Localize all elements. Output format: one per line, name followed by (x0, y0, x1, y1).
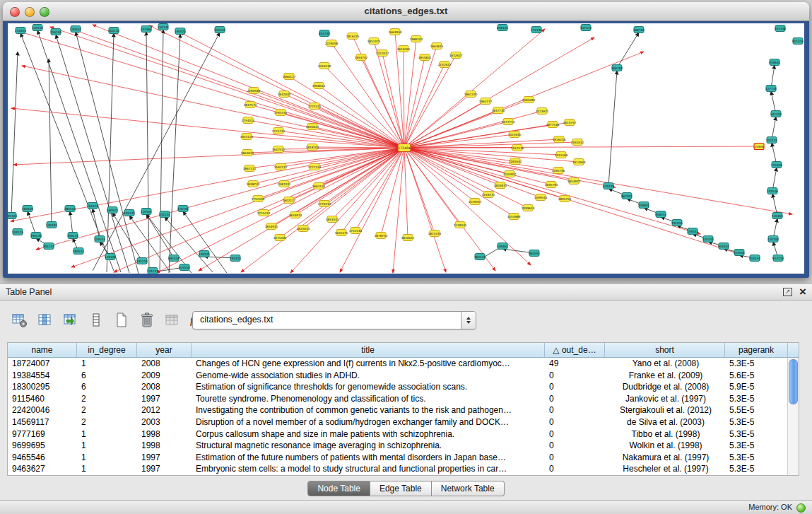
graph-node-yellow[interactable]: 2204907 (503, 171, 517, 177)
graph-node-teal[interactable]: 590513 (107, 207, 118, 214)
network-canvas[interactable]: 2146541201101161941405542031102314652501… (8, 23, 804, 274)
graph-node-teal[interactable]: 951148 (775, 25, 786, 32)
graph-node-yellow[interactable]: 1677714 (502, 119, 515, 125)
graph-node-yellow[interactable]: 1660127 (283, 74, 296, 80)
citation-edge[interactable] (76, 32, 139, 274)
scrollbar-thumb[interactable] (789, 359, 798, 404)
graph-node-teal[interactable]: 107433 (580, 25, 592, 31)
graph-node-teal[interactable]: 914542 (718, 243, 729, 250)
graph-node-teal[interactable]: 154410 (214, 27, 225, 33)
graph-node-yellow[interactable]: 1878733 (375, 233, 388, 239)
table-settings-button[interactable] (10, 311, 29, 330)
graph-node-teal[interactable]: 763144 (474, 254, 486, 260)
table-row[interactable]: 1872400712008Changes of HCN gene express… (8, 358, 788, 370)
graph-node-teal[interactable]: 104115 (12, 229, 23, 235)
citation-edge[interactable] (11, 52, 18, 216)
graph-node-yellow[interactable]: 1854972 (567, 178, 581, 185)
graph-node-yellow[interactable]: 1853441 (326, 216, 339, 223)
row-table-button[interactable] (86, 311, 105, 330)
graph-node-teal[interactable]: 166784 (633, 27, 645, 33)
selected-edge[interactable] (404, 148, 446, 272)
select-columns-button[interactable] (35, 311, 54, 330)
graph-node-yellow[interactable]: 1616265 (397, 46, 411, 52)
graph-node-teal[interactable]: 919644 (769, 59, 780, 66)
graph-node-teal[interactable]: 924501 (734, 250, 745, 256)
selected-edge[interactable] (36, 148, 404, 250)
float-panel-icon[interactable]: ↗ (783, 288, 792, 296)
graph-node-yellow[interactable]: 1830027 (306, 124, 319, 130)
selected-edge[interactable] (404, 49, 404, 148)
selected-edge[interactable] (404, 122, 570, 148)
graph-node-yellow[interactable]: 1605873 (494, 182, 507, 189)
graph-node-teal[interactable]: 119891 (638, 202, 649, 209)
close-button[interactable] (10, 7, 20, 17)
graph-node-yellow[interactable]: 1781531 (274, 110, 288, 116)
graph-node-yellow[interactable]: 1838733 (247, 181, 260, 187)
selected-edge[interactable] (404, 148, 408, 238)
graph-node-teal[interactable]: 191104 (8, 213, 17, 219)
graph-node-yellow[interactable]: 1851475 (367, 38, 381, 45)
graph-node-yellow[interactable]: 1635475 (335, 230, 348, 236)
citation-edge[interactable] (28, 211, 36, 235)
graph-node-teal[interactable]: 901153 (43, 243, 54, 250)
selected-edge[interactable] (404, 37, 594, 148)
graph-node-yellow[interactable]: 1593717 (274, 164, 288, 170)
graph-node-yellow[interactable]: 1322017 (376, 50, 389, 57)
graph-node-teal[interactable]: 914110 (772, 255, 784, 262)
selected-edge[interactable] (404, 57, 425, 148)
graph-node-teal[interactable]: 709144 (67, 233, 78, 239)
graph-node-yellow[interactable]: 1632627 (449, 52, 463, 59)
graph-node-teal[interactable]: 679197 (603, 183, 614, 189)
citation-edge[interactable] (617, 33, 639, 68)
graph-node-teal[interactable]: 120103 (767, 236, 779, 243)
selected-edge[interactable] (404, 148, 495, 271)
graph-node-teal[interactable]: 176191 (177, 206, 189, 212)
selected-edge[interactable] (382, 53, 404, 148)
graph-node-teal[interactable]: 140181 (46, 222, 57, 228)
table-row[interactable]: 977716911998Corpus callosum shape and si… (8, 428, 788, 440)
graph-node-teal[interactable]: 918014 (655, 211, 666, 218)
graph-node-yellow[interactable]: 1895754 (558, 196, 572, 202)
graph-node-yellow[interactable]: 1675305 (273, 235, 287, 241)
selected-edge[interactable] (404, 46, 437, 148)
graph-node-teal[interactable]: 105432 (702, 236, 714, 243)
graph-node-yellow[interactable]: 2226058 (325, 40, 339, 47)
citation-edge[interactable] (107, 33, 114, 272)
graph-node-teal[interactable]: 294414 (87, 203, 98, 209)
graph-node-teal[interactable]: 131211 (147, 268, 158, 274)
graph-node-yellow[interactable]: 1181642 (509, 158, 522, 165)
graph-node-yellow[interactable]: 1499544 (534, 194, 548, 201)
graph-node-teal[interactable]: 214654 (15, 28, 26, 34)
graph-node-yellow[interactable]: 2754014 (242, 117, 255, 124)
graph-node-teal[interactable]: 109141 (687, 228, 698, 235)
selected-edge[interactable] (404, 148, 475, 201)
selected-edge[interactable] (13, 148, 404, 165)
graph-node-yellow[interactable]: 1634914 (289, 212, 302, 218)
graph-node-teal[interactable]: 191115 (136, 258, 148, 264)
graph-node-teal[interactable]: 101516 (767, 188, 778, 194)
citation-edge[interactable] (70, 211, 73, 235)
table-row[interactable]: 1830029562008Estimation of significance … (8, 381, 788, 393)
tab-node-table[interactable]: Node Table (307, 481, 370, 496)
graph-node-teal[interactable]: 195015 (175, 28, 186, 35)
graph-node-yellow[interactable]: 1642040 (278, 91, 291, 98)
selected-edge[interactable] (93, 25, 404, 148)
window-titlebar[interactable]: citations_edges.txt (3, 2, 809, 21)
graph-node-yellow[interactable]: 1777134 (308, 164, 322, 170)
graph-node-teal[interactable]: 124514 (94, 236, 105, 243)
citation-edge[interactable] (112, 213, 142, 261)
graph-node-teal[interactable]: 924500 (179, 264, 190, 271)
graph-node-yellow[interactable]: 1962377 (479, 98, 493, 105)
column-header-in_degree[interactable]: in_degree (77, 343, 137, 358)
graph-node-teal[interactable]: 119107 (141, 209, 152, 215)
graph-node-yellow[interactable]: 1877518 (546, 122, 560, 128)
graph-node-yellow[interactable]: 1847573 (244, 102, 257, 108)
selected-edge[interactable] (331, 43, 404, 148)
close-panel-icon[interactable]: × (799, 285, 806, 299)
graph-node-yellow[interactable]: 1725414 (257, 210, 271, 216)
graph-node-teal[interactable]: 203110 (108, 28, 119, 34)
graph-node-yellow[interactable]: 1625014 (297, 226, 310, 232)
selected-edge[interactable] (404, 64, 445, 148)
graph-node-yellow[interactable]: 1549372 (482, 192, 495, 198)
selected-edge[interactable] (404, 148, 541, 197)
